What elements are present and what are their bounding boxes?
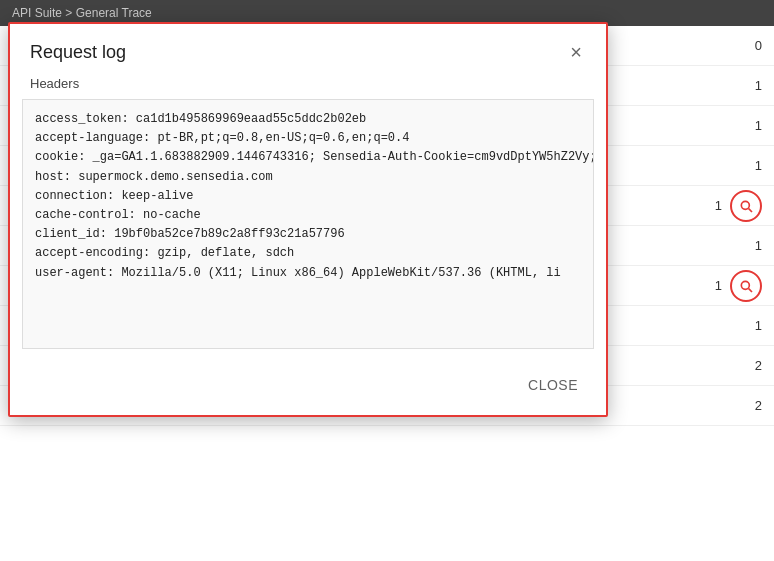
close-button[interactable]: CLOSE	[516, 369, 590, 401]
svg-line-1	[749, 208, 752, 211]
svg-line-3	[749, 288, 752, 291]
row-num: 0	[722, 38, 762, 53]
row-num: 2	[722, 358, 762, 373]
search-icon-circle[interactable]	[730, 190, 762, 222]
header-text: API Suite > General Trace	[12, 6, 152, 20]
search-icon-circle[interactable]	[730, 270, 762, 302]
row-num: 1	[682, 198, 722, 213]
section-label: Headers	[10, 76, 606, 99]
row-num: 1	[722, 238, 762, 253]
row-num: 1	[722, 158, 762, 173]
svg-point-0	[741, 201, 749, 209]
headers-content[interactable]: access_token: ca1d1b495869969eaad55c5ddc…	[22, 99, 594, 349]
row-num: 1	[722, 318, 762, 333]
row-num: 1	[722, 78, 762, 93]
modal-header: Request log ×	[10, 24, 606, 76]
svg-point-2	[741, 281, 749, 289]
request-log-modal: Request log × Headers access_token: ca1d…	[8, 22, 608, 417]
row-num: 1	[682, 278, 722, 293]
modal-title: Request log	[30, 42, 126, 63]
row-num: 1	[722, 118, 762, 133]
modal-footer: CLOSE	[10, 361, 606, 415]
modal-close-x-button[interactable]: ×	[566, 40, 586, 64]
row-num: 2	[722, 398, 762, 413]
